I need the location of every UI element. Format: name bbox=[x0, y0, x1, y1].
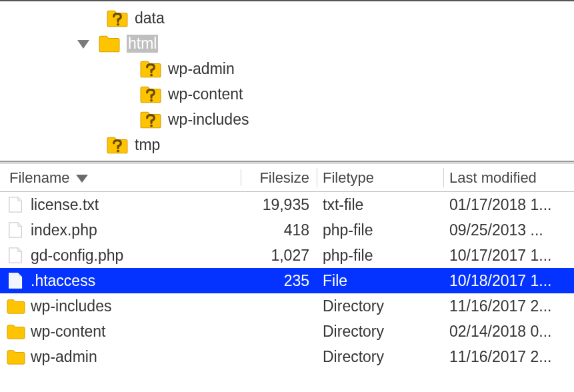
filename-label: .htaccess bbox=[31, 272, 95, 290]
tree-item[interactable]: tmp bbox=[0, 132, 574, 157]
column-header-filetype-label: Filetype bbox=[323, 169, 374, 187]
tree-item[interactable]: data bbox=[0, 5, 574, 31]
cell-filename: index.php bbox=[0, 221, 241, 239]
filename-label: wp-content bbox=[31, 323, 106, 341]
list-item[interactable]: wp-adminDirectory11/16/2017 2... bbox=[0, 344, 574, 369]
unknown-folder-icon bbox=[140, 59, 161, 79]
tree-indent bbox=[0, 119, 140, 120]
cell-lastmodified: 11/16/2017 2... bbox=[444, 297, 574, 315]
cell-lastmodified: 01/17/2018 1... bbox=[444, 196, 574, 214]
tree-indent bbox=[0, 69, 140, 69]
filename-label: wp-includes bbox=[31, 297, 111, 315]
unknown-folder-icon bbox=[140, 84, 161, 104]
cell-lastmodified: 02/14/2018 0... bbox=[444, 323, 574, 341]
column-header-filetype[interactable]: Filetype bbox=[317, 164, 444, 191]
cell-filetype: Directory bbox=[317, 323, 444, 341]
tree-item[interactable]: wp-admin bbox=[0, 56, 574, 81]
file-icon bbox=[7, 272, 25, 289]
tree-item-label: data bbox=[135, 9, 165, 27]
folder-icon bbox=[99, 33, 120, 53]
column-header-row: Filename Filesize Filetype Last modified bbox=[0, 164, 574, 192]
unknown-folder-icon bbox=[107, 135, 128, 155]
cell-lastmodified: 10/18/2017 1... bbox=[444, 272, 574, 290]
cell-filename: .htaccess bbox=[0, 272, 241, 290]
cell-filename: license.txt bbox=[0, 196, 241, 214]
cell-filesize: 418 bbox=[241, 221, 317, 239]
folder-icon bbox=[7, 323, 25, 340]
cell-lastmodified: 10/17/2017 1... bbox=[444, 247, 574, 265]
filename-label: license.txt bbox=[31, 196, 99, 214]
tree-item[interactable]: html bbox=[0, 31, 574, 56]
cell-filename: wp-content bbox=[0, 323, 241, 341]
filename-label: wp-admin bbox=[31, 348, 97, 366]
cell-filetype: Directory bbox=[317, 348, 444, 366]
list-item[interactable]: gd-config.php1,027php-file10/17/2017 1..… bbox=[0, 243, 574, 268]
list-item[interactable]: index.php418php-file09/25/2013 ... bbox=[0, 217, 574, 243]
tree-indent bbox=[0, 43, 77, 44]
folder-icon bbox=[7, 348, 25, 365]
filename-label: index.php bbox=[31, 221, 97, 239]
column-header-filesize[interactable]: Filesize bbox=[241, 164, 317, 191]
cell-filesize: 19,935 bbox=[241, 196, 317, 214]
cell-lastmodified: 11/16/2017 2... bbox=[444, 348, 574, 366]
cell-filetype: php-file bbox=[317, 247, 444, 265]
cell-filetype: php-file bbox=[317, 221, 444, 239]
tree-item-label: html bbox=[127, 35, 158, 53]
sort-descending-icon bbox=[76, 175, 88, 183]
cell-filetype: txt-file bbox=[317, 196, 444, 214]
column-header-lastmodified[interactable]: Last modified bbox=[444, 164, 574, 191]
column-header-filesize-label: Filesize bbox=[259, 169, 309, 187]
list-item[interactable]: wp-includesDirectory11/16/2017 2... bbox=[0, 293, 574, 319]
column-header-filename[interactable]: Filename bbox=[0, 164, 241, 191]
tree-item[interactable]: wp-content bbox=[0, 81, 574, 107]
unknown-folder-icon bbox=[107, 8, 128, 28]
remote-tree-panel: datahtmlwp-adminwp-contentwp-includestmp bbox=[0, 1, 574, 162]
cell-filesize: 235 bbox=[241, 272, 317, 290]
chevron-down-icon[interactable] bbox=[77, 40, 89, 49]
cell-lastmodified: 09/25/2013 ... bbox=[444, 221, 574, 239]
cell-filename: wp-admin bbox=[0, 348, 241, 366]
file-list-panel: Filename Filesize Filetype Last modified… bbox=[0, 162, 574, 392]
tree-indent bbox=[0, 94, 140, 95]
tree-item[interactable]: wp-includes bbox=[0, 107, 574, 132]
cell-filesize: 1,027 bbox=[241, 247, 317, 265]
folder-icon bbox=[7, 297, 25, 315]
file-icon bbox=[7, 221, 25, 239]
file-icon bbox=[7, 196, 25, 213]
filename-label: gd-config.php bbox=[31, 247, 123, 265]
list-item[interactable]: .htaccess235File10/18/2017 1... bbox=[0, 268, 574, 293]
tree-item-label: tmp bbox=[135, 136, 160, 154]
column-header-filename-label: Filename bbox=[9, 169, 69, 187]
list-item[interactable]: wp-contentDirectory02/14/2018 0... bbox=[0, 319, 574, 344]
unknown-folder-icon bbox=[140, 109, 161, 129]
cell-filetype: Directory bbox=[317, 297, 444, 315]
tree-item-label: wp-content bbox=[168, 85, 243, 103]
tree-item-label: wp-includes bbox=[168, 111, 249, 129]
tree-indent bbox=[0, 145, 107, 145]
cell-filename: gd-config.php bbox=[0, 247, 241, 265]
cell-filetype: File bbox=[317, 272, 444, 290]
column-header-lastmodified-label: Last modified bbox=[449, 169, 537, 187]
cell-filename: wp-includes bbox=[0, 297, 241, 315]
tree-indent bbox=[0, 18, 107, 19]
file-icon bbox=[7, 247, 25, 264]
tree-item-label: wp-admin bbox=[168, 60, 235, 78]
list-item[interactable]: license.txt19,935txt-file01/17/2018 1... bbox=[0, 192, 574, 217]
